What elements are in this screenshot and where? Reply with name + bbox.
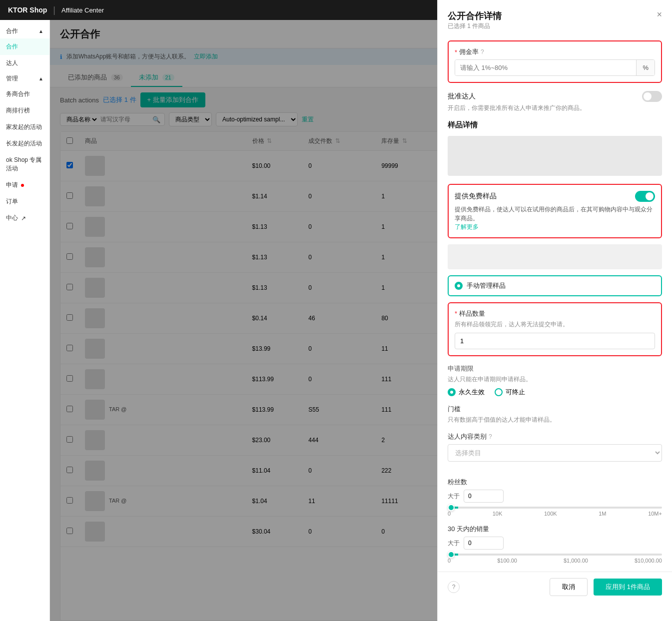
content-type-info-icon[interactable]: ? [489,433,492,440]
notification-dot [21,184,24,187]
close-button[interactable]: × [657,10,662,19]
sidebar-item-order[interactable]: 订单 [0,193,49,210]
sidebar-item-creator[interactable]: 达人 [0,55,49,71]
apply-button[interactable]: 应用到 1件商品 [594,579,662,596]
manual-manage-radio-btn [455,282,463,290]
nav-divider: | [53,5,55,15]
sidebar-item-cooperation[interactable]: 合作 [0,38,49,55]
sidebar-item-brand-activities[interactable]: 家发起的活动 [0,119,49,135]
follower-gt-input[interactable] [464,490,504,503]
sample-qty-label: * 样品数量 [455,309,655,318]
threshold-title: 门槛 [448,405,662,414]
radio-terminable-btn [495,388,503,396]
approve-creator-toggle[interactable] [642,91,662,102]
free-sample-toggle[interactable] [635,191,655,202]
panel-title: 公开合作详情 [448,10,502,22]
sales-range-slider[interactable] [448,554,662,556]
sidebar-item-label: 中心 [6,214,18,222]
sidebar-item-label: 务商合作 [6,90,30,98]
approve-creator-label: 批准达人 [448,92,476,101]
sidebar-item-center[interactable]: 中心 ↗ [0,210,49,226]
cancel-button[interactable]: 取消 [550,578,588,596]
sidebar-item-creator-activities[interactable]: 长发起的活动 [0,135,49,152]
content-type-select[interactable]: 选择类目 [448,444,662,462]
external-link-icon: ↗ [21,215,26,222]
approve-creator-toggle-row: 批准达人 [448,91,662,102]
application-period-options: 永久生效 可终止 [448,388,662,397]
follower-section: 粉丝数 大于 010K100K1M10M+ [448,478,662,517]
application-period-title: 申请期限 [448,364,662,373]
sidebar-item-label: 达人 [6,59,18,67]
manual-manage-label: 手动管理样品 [467,281,506,290]
threshold-section: 门槛 只有数据高于倡值的达人才能申请样品。 [448,405,662,424]
sales-label: 30 天内的销量 [448,525,662,534]
commission-label: * 佣金率 ? [455,47,655,56]
commission-unit: % [636,60,655,75]
sidebar-item-business[interactable]: 务商合作 [0,86,49,102]
follower-slider-thumb[interactable] [448,504,455,511]
free-sample-toggle-row: 提供免费样品 [455,191,655,202]
layout: 合作 ▲ 合作 达人 管理 ▲ 务商合作 商排行榜 家发起的活动 长发起的活动 … [0,20,672,621]
sidebar-item-label: ok Shop 专属活动 [6,156,43,173]
sample-qty-input[interactable] [455,333,655,349]
commission-input-row: % [455,59,655,76]
sidebar-section-manage[interactable]: 管理 ▲ [0,71,49,86]
sidebar-item-shop-exclusive[interactable]: ok Shop 专属活动 [0,152,49,177]
help-icon[interactable]: ? [448,581,460,593]
sidebar-item-application[interactable]: 申请 [0,177,49,193]
sales-gt-label: 大于 [448,539,460,548]
required-star: * [455,310,459,317]
sidebar-section-label: 合作 [6,27,18,35]
chevron-up-icon: ▲ [38,76,43,81]
sample-detail-header: 样品详情 [448,120,662,130]
panel-subtitle: 已选择 1 件商品 [448,22,502,30]
radio-permanent-label: 永久生效 [459,388,485,397]
sidebar-section-label: 管理 [6,74,18,83]
sidebar-item-label: 商排行榜 [6,106,30,115]
radio-terminable[interactable]: 可终止 [495,388,525,397]
commission-input[interactable] [455,60,636,75]
free-sample-section: 提供免费样品 提供免费样品，使达人可以在试用你的商品后，在其可购物内容中与观众分… [448,184,662,238]
manual-manage-radio[interactable]: 手动管理样品 [448,275,662,296]
sales-section: 30 天内的销量 大于 0$100.00$1,000.00$10,000.00 [448,525,662,564]
free-sample-learn-more[interactable]: 了解更多 [455,223,479,230]
content-type-label: 达人内容类别 ? [448,432,662,441]
sidebar-item-ranking[interactable]: 商排行榜 [0,102,49,119]
sample-detail-section: 样品详情 [448,120,662,176]
chevron-up-icon: ▲ [38,28,43,34]
sales-gt-row: 大于 [448,537,662,550]
follower-range-slider[interactable] [448,507,662,509]
free-sample-label: 提供免费样品 [455,192,497,201]
follower-range-labels: 010K100K1M10M+ [448,511,662,517]
approve-creator-section: 批准达人 开启后，你需要批准所有达人申请来推广你的商品。 [448,91,662,112]
sample-thumbnail [448,136,662,176]
panel-header: 公开合作详情 已选择 1 件商品 × [448,10,662,38]
sidebar-section-cooperation[interactable]: 合作 ▲ [0,24,49,38]
sidebar-item-label: 订单 [6,197,18,206]
sidebar-item-label: 申请 [6,181,18,189]
nav-title: Affiliate Center [61,6,104,14]
sample-placeholder [448,244,662,269]
sample-qty-section: * 样品数量 所有样品领领完后，达人将无法提交申请。 [448,302,662,356]
follower-gt-label: 大于 [448,492,460,501]
sales-range-labels: 0$100.00$1,000.00$10,000.00 [448,558,662,564]
free-sample-desc: 提供免费样品，使达人可以在试用你的商品后，在其可购物内容中与观众分享商品。 [455,205,655,223]
application-period-desc: 达人只能在申请期间申请样品。 [448,375,662,384]
commission-info-icon[interactable]: ? [481,48,484,55]
panel-footer: ? 取消 应用到 1件商品 [438,572,672,602]
sidebar-item-label: 合作 [6,42,18,51]
right-panel: 公开合作详情 已选择 1 件商品 × * 佣金率 ? % 批准达人 开启后，你需… [437,0,672,621]
sidebar: 合作 ▲ 合作 达人 管理 ▲ 务商合作 商排行榜 家发起的活动 长发起的活动 … [0,20,50,621]
sales-slider-thumb[interactable] [448,551,455,558]
radio-permanent-btn [448,388,456,396]
radio-permanent[interactable]: 永久生效 [448,388,485,397]
sales-gt-input[interactable] [464,537,504,550]
logo: KTOR Shop [8,6,47,14]
commission-section: * 佣金率 ? % [448,40,662,83]
approve-creator-desc: 开启后，你需要批准所有达人申请来推广你的商品。 [448,104,662,112]
follower-gt-row: 大于 [448,490,662,503]
threshold-desc: 只有数据高于倡值的达人才能申请样品。 [448,416,662,424]
sample-qty-desc: 所有样品领领完后，达人将无法提交申请。 [455,320,655,329]
follower-label: 粉丝数 [448,478,662,487]
sidebar-item-label: 长发起的活动 [6,139,42,148]
